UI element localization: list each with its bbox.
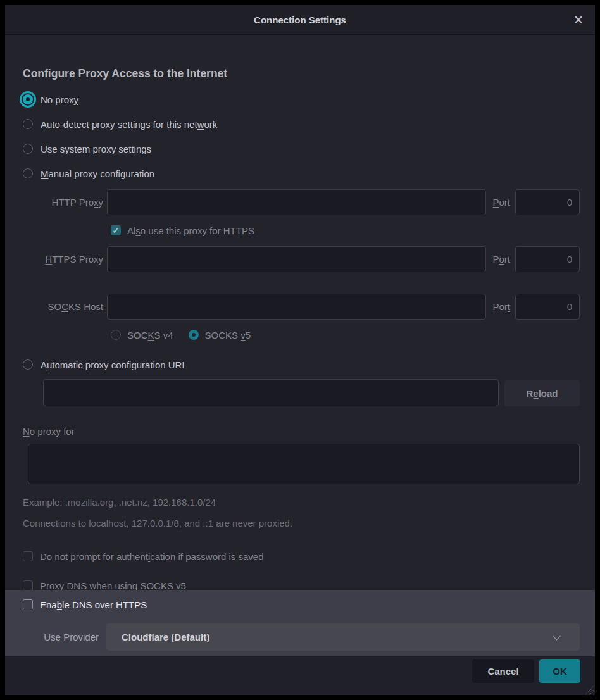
auth-prompt-checkbox[interactable] xyxy=(23,551,33,561)
auth-prompt-label: Do not prompt for authentication if pass… xyxy=(40,551,264,562)
socks-v5-option[interactable]: SOCKS v5 xyxy=(189,330,251,341)
connection-settings-dialog: Connection Settings ✕ Configure Proxy Ac… xyxy=(5,5,595,695)
auth-prompt-row[interactable]: Do not prompt for authentication if pass… xyxy=(23,549,580,563)
doh-provider-row: Use Provider Cloudflare (Default) xyxy=(23,623,580,651)
option-manual-proxy[interactable]: Manual proxy configuration xyxy=(23,166,580,180)
no-proxy-for-label: No proxy for xyxy=(23,425,580,437)
socks-host-label: SOCKS Host xyxy=(23,301,107,312)
http-port-label: Port xyxy=(492,197,510,208)
http-port-input[interactable] xyxy=(515,189,580,215)
system-proxy-label: Use system proxy settings xyxy=(41,144,151,154)
page-title: Configure Proxy Access to the Internet xyxy=(23,67,580,80)
no-proxy-label: No proxy xyxy=(41,94,78,105)
https-port-label: Port xyxy=(492,254,510,265)
autodetect-label: Auto-detect proxy settings for this netw… xyxy=(41,119,217,130)
option-no-proxy[interactable]: No proxy xyxy=(23,92,580,106)
option-system-proxy[interactable]: Use system proxy settings xyxy=(23,142,580,156)
also-https-label: Also use this proxy for HTTPS xyxy=(127,225,254,236)
reload-button[interactable]: Reload xyxy=(504,380,580,406)
option-auto-config-url[interactable]: Automatic proxy configuration URL xyxy=(23,358,580,372)
enable-doh-label: Enable DNS over HTTPS xyxy=(40,599,147,610)
https-proxy-label: HTTPS Proxy xyxy=(23,254,107,265)
https-port-input[interactable] xyxy=(515,246,580,272)
close-icon[interactable]: ✕ xyxy=(573,14,584,26)
dns-over-https-panel: Enable DNS over HTTPS Use Provider Cloud… xyxy=(5,590,595,656)
no-proxy-example-text: Example: .mozilla.org, .net.nz, 192.168.… xyxy=(23,497,580,509)
resize-grip[interactable] xyxy=(585,685,594,694)
auto-config-url-row: Reload xyxy=(43,379,580,406)
also-https-checkbox[interactable]: ✓ xyxy=(111,225,121,235)
chevron-down-icon xyxy=(553,632,561,640)
doh-provider-label: Use Provider xyxy=(23,632,106,642)
ok-button[interactable]: OK xyxy=(539,659,580,683)
doh-provider-select[interactable]: Cloudflare (Default) xyxy=(106,623,580,651)
doh-provider-value: Cloudflare (Default) xyxy=(122,632,209,642)
socks-port-label: Port xyxy=(492,301,510,312)
socks-port-input[interactable] xyxy=(515,294,580,320)
dialog-content: Configure Proxy Access to the Internet N… xyxy=(5,35,595,656)
manual-proxy-radio[interactable] xyxy=(23,168,33,178)
dialog-title: Connection Settings xyxy=(254,15,346,25)
system-proxy-radio[interactable] xyxy=(23,144,33,154)
socks-host-input[interactable] xyxy=(107,294,486,320)
proxy-dns-checkbox[interactable] xyxy=(23,580,33,591)
manual-proxy-label: Manual proxy configuration xyxy=(41,168,154,179)
dialog-footer: Cancel OK xyxy=(5,656,595,695)
enable-doh-checkbox[interactable] xyxy=(23,599,33,609)
socks-v5-radio[interactable] xyxy=(189,330,199,340)
socks-version-row: SOCKS v4 SOCKS v5 xyxy=(111,328,580,342)
socks-host-row: SOCKS Host Port xyxy=(23,294,580,320)
no-proxy-for-textarea[interactable] xyxy=(28,444,580,484)
localhost-note-text: Connections to localhost, 127.0.0.1/8, a… xyxy=(23,518,580,530)
cancel-button[interactable]: Cancel xyxy=(472,659,534,683)
socks-v4-option[interactable]: SOCKS v4 xyxy=(111,330,173,341)
auto-config-label: Automatic proxy configuration URL xyxy=(41,359,187,370)
http-proxy-input[interactable] xyxy=(107,189,486,215)
titlebar: Connection Settings ✕ xyxy=(5,5,595,35)
proxy-dns-label: Proxy DNS when using SOCKS v5 xyxy=(40,580,186,591)
socks-v4-radio[interactable] xyxy=(111,330,121,340)
also-https-row[interactable]: ✓ Also use this proxy for HTTPS xyxy=(111,223,580,237)
http-proxy-label: HTTP Proxy xyxy=(23,197,107,208)
socks-v4-label: SOCKS v4 xyxy=(127,330,173,341)
no-proxy-radio[interactable] xyxy=(23,94,33,104)
option-autodetect-proxy[interactable]: Auto-detect proxy settings for this netw… xyxy=(23,117,580,131)
http-proxy-row: HTTP Proxy Port xyxy=(23,189,580,215)
auto-config-url-input[interactable] xyxy=(43,379,499,406)
enable-doh-row[interactable]: Enable DNS over HTTPS xyxy=(23,597,580,611)
https-proxy-row: HTTPS Proxy Port xyxy=(23,246,580,272)
https-proxy-input[interactable] xyxy=(107,246,486,272)
socks-v5-label: SOCKS v5 xyxy=(205,330,251,341)
autodetect-radio[interactable] xyxy=(23,119,33,129)
auto-config-radio[interactable] xyxy=(23,359,33,370)
